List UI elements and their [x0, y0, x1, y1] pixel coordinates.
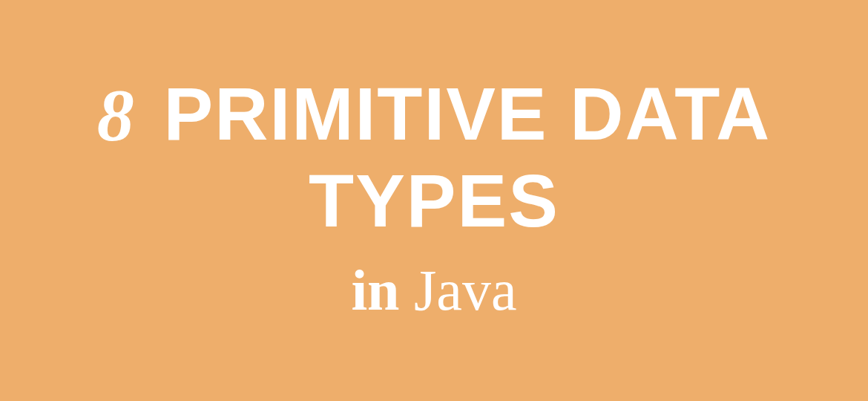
title-banner: 8 Primitive Data Types in Java	[0, 73, 868, 327]
heading-line-1: 8 Primitive Data	[0, 73, 868, 156]
heading-line-3: in Java	[0, 252, 868, 327]
heading-in: in	[351, 258, 399, 322]
heading-java: Java	[399, 258, 516, 322]
heading-number: 8	[97, 74, 136, 156]
heading-line-2: Types	[0, 156, 868, 245]
heading-text-1: Primitive Data	[142, 72, 772, 155]
